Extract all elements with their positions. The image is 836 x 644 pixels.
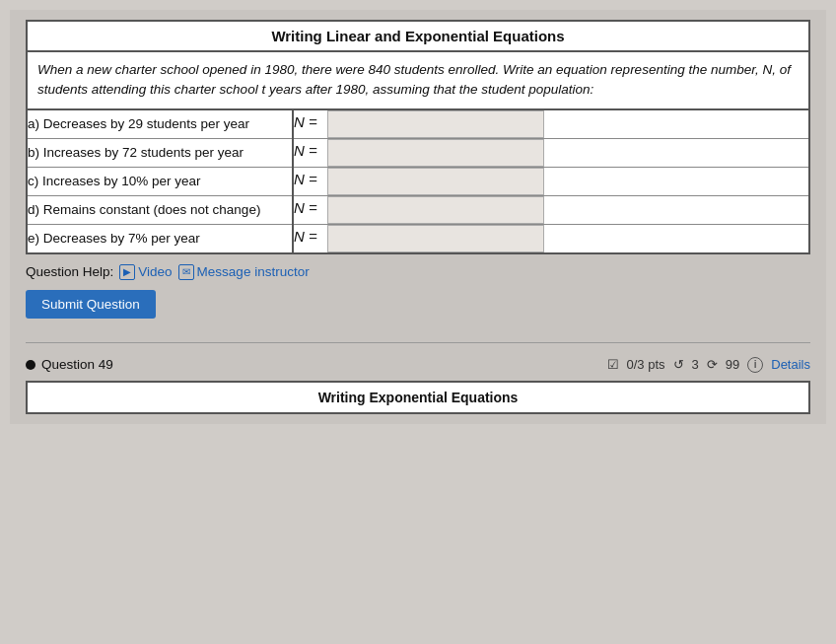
n-equals-b: N = — [294, 142, 317, 159]
pts-text: 0/3 pts — [627, 357, 665, 372]
table-row: b) Increases by 72 students per year N = — [27, 138, 809, 167]
table-title: Writing Linear and Exponential Equations — [27, 21, 809, 51]
video-icon: ▶ — [119, 264, 135, 280]
question-b-input-cell: N = — [293, 138, 809, 167]
help-label: Question Help: — [26, 264, 113, 279]
answer-input-a[interactable] — [327, 110, 544, 138]
message-link[interactable]: ✉ Message instructor — [178, 264, 310, 280]
question-a-input-cell: N = — [293, 109, 809, 139]
answer-input-b[interactable] — [327, 139, 544, 167]
retry-icon: ↺ — [673, 357, 684, 372]
n-equals-a: N = — [294, 113, 317, 130]
n-equals-c: N = — [294, 171, 317, 187]
answer-input-c[interactable] — [327, 168, 544, 195]
separator — [26, 342, 810, 343]
n-equals-d: N = — [294, 199, 317, 216]
main-table: Writing Linear and Exponential Equations… — [26, 20, 810, 254]
message-link-label: Message instructor — [197, 264, 310, 279]
question-footer: Question 49 ☑ 0/3 pts ↺ 3 ⟳ 99 i Details — [26, 349, 810, 377]
page-wrapper: Writing Linear and Exponential Equations… — [10, 10, 826, 424]
intro-text: When a new charter school opened in 1980… — [27, 51, 809, 109]
message-icon: ✉ — [178, 264, 194, 280]
question-e-label: e) Decreases by 7% per year — [27, 224, 293, 253]
table-row: d) Remains constant (does not change) N … — [27, 195, 809, 224]
details-link[interactable]: Details — [771, 357, 810, 372]
retry-count: 3 — [692, 357, 699, 372]
next-section-title: Writing Exponential Equations — [26, 381, 810, 414]
table-row: e) Decreases by 7% per year N = — [27, 224, 809, 253]
question-d-input-cell: N = — [293, 195, 809, 224]
bullet-icon — [26, 360, 35, 370]
attempt-count: 99 — [726, 357, 739, 372]
answer-input-e[interactable] — [327, 225, 544, 252]
question-a-label: a) Decreases by 29 students per year — [27, 109, 293, 139]
table-row: c) Increases by 10% per year N = — [27, 167, 809, 195]
n-equals-e: N = — [294, 228, 317, 245]
question-number: Question 49 — [41, 357, 113, 372]
question-b-label: b) Increases by 72 students per year — [27, 138, 293, 167]
pts-icon: ☑ — [607, 357, 619, 372]
video-link-label: Video — [138, 264, 172, 279]
question-label: Question 49 — [26, 357, 113, 372]
footer-right: ☑ 0/3 pts ↺ 3 ⟳ 99 i Details — [607, 357, 810, 373]
intro-row: When a new charter school opened in 1980… — [27, 51, 809, 109]
question-c-input-cell: N = — [293, 167, 809, 195]
info-icon[interactable]: i — [747, 357, 763, 373]
help-row: Question Help: ▶ Video ✉ Message instruc… — [26, 264, 810, 280]
question-d-label: d) Remains constant (does not change) — [27, 195, 293, 224]
table-row: a) Decreases by 29 students per year N = — [27, 109, 809, 139]
submit-button[interactable]: Submit Question — [26, 290, 156, 319]
video-link[interactable]: ▶ Video — [119, 264, 172, 280]
answer-input-d[interactable] — [327, 196, 544, 224]
question-c-label: c) Increases by 10% per year — [27, 167, 293, 195]
attempt-icon: ⟳ — [707, 357, 718, 372]
question-e-input-cell: N = — [293, 224, 809, 253]
